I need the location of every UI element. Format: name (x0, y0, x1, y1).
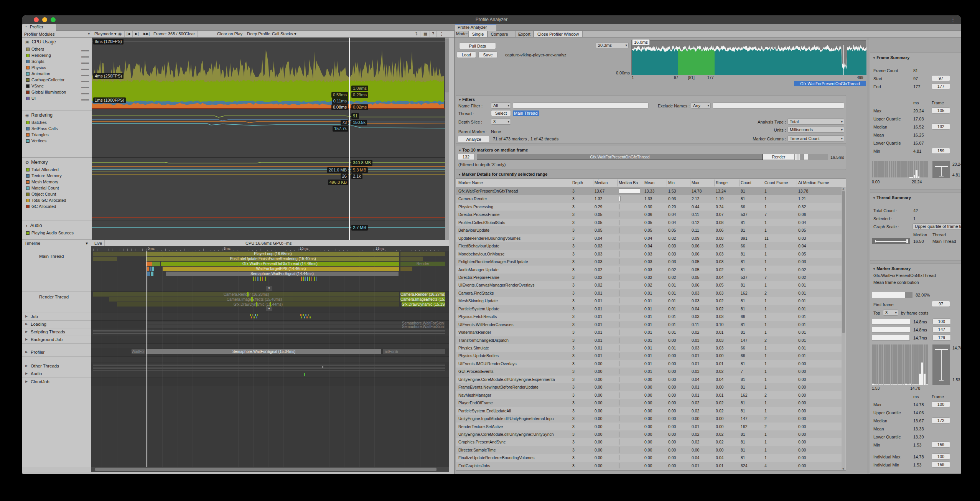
module-item-gc-allocated[interactable]: GC Allocated (22, 203, 92, 209)
column-header-depth[interactable]: Depth (572, 180, 591, 185)
top10-segment-main[interactable]: Gfx.WaitForPresentOnGfxThread (477, 154, 763, 160)
thread-row-other-threads[interactable]: ▶Other Threads (22, 362, 91, 370)
timeline-sample-bar[interactable] (260, 277, 261, 281)
table-row[interactable]: RenderTexture.SetActive30.000.000.000.01… (456, 423, 842, 430)
timeline-sample-bar[interactable]: Camera.Render (16.28ms) (93, 292, 399, 297)
table-row[interactable]: TransformChangedDispatch30.010.010.000.0… (456, 336, 842, 344)
table-row[interactable]: Director.ProcessFrame30.050.060.040.110.… (456, 211, 842, 218)
timeline-sample-bar[interactable]: Gfx.DrawDynamic (15.19ms) (402, 302, 445, 307)
table-row[interactable]: BehaviourUpdate30.050.050.050.110.068110… (456, 226, 842, 234)
table-row[interactable]: GUI.ProcessEvents30.000.010.000.030.0271… (456, 368, 842, 375)
timeline-horizontal-scrollbar[interactable] (91, 467, 449, 472)
timeline-sample-bar[interactable] (254, 316, 255, 318)
timeline-sample-bar[interactable] (247, 292, 249, 297)
units-dropdown[interactable]: Milliseconds (787, 127, 844, 133)
table-row[interactable]: MeshSkinning.Update30.010.010.010.030.02… (456, 297, 842, 305)
range-scale-dropdown[interactable]: 20.3ms (596, 42, 629, 48)
frame-summary-title[interactable]: Frame Summary (873, 55, 909, 60)
marker-columns-dropdown[interactable]: Time and Count (787, 135, 844, 142)
column-header-min[interactable]: Min (668, 180, 689, 185)
tab-profiler[interactable]: ◔ Profiler (22, 24, 56, 31)
frame-jump-button[interactable]: 159 (932, 461, 950, 468)
marker-summary-title[interactable]: Marker Summary (873, 266, 911, 271)
frame-jump-button[interactable]: 159 (932, 148, 950, 154)
module-item-scripts[interactable]: Scripts▬▬ (22, 58, 92, 64)
prev-frame-button[interactable]: |◀ (124, 31, 133, 37)
column-header-count[interactable]: Count (741, 180, 762, 185)
frame-jump-button[interactable]: 97 (932, 75, 950, 81)
timeline-sample-bar[interactable] (400, 257, 423, 261)
timeline-sample-bar[interactable]: PlayerLoop (16.65ms) (147, 252, 399, 256)
table-row[interactable]: Director.SampleTime30.000.000.000.000.00… (456, 446, 842, 454)
timeline-sample-bar[interactable] (255, 277, 256, 281)
mode-export-button[interactable]: Export (515, 31, 534, 37)
timeline-sample-bar[interactable] (307, 277, 308, 281)
frame-jump-button[interactable]: 172 (932, 417, 950, 424)
timeline-sample-bar[interactable] (301, 316, 302, 318)
top10-segment-render[interactable]: Render (763, 154, 794, 160)
first-frame-button[interactable]: 97 (932, 301, 950, 307)
table-row[interactable]: UpdateRendererBoundingVolumes30.040.040.… (456, 234, 842, 242)
module-item-setpass-calls[interactable]: SetPass Calls (22, 125, 92, 132)
module-item-mesh-memory[interactable]: Mesh Memory (22, 179, 92, 185)
frame-jump-button[interactable]: 129 (932, 335, 951, 341)
top-n-dropdown[interactable]: 3 (883, 310, 898, 316)
save-profile-icon[interactable]: ▦ (421, 31, 430, 37)
timeline-sample-bar[interactable] (306, 316, 308, 318)
timeline-sample-bar[interactable]: PostLateUpdate.FinishFrameRendering (15.… (147, 257, 399, 261)
timeline-sample-bar[interactable]: Render (400, 262, 445, 266)
timeline-sample-bar[interactable] (400, 267, 412, 271)
table-row[interactable]: Camera.FindStacks30.010.010.010.030.0316… (456, 289, 842, 297)
thread-row-loading[interactable]: ▶Loading (22, 321, 91, 328)
table-row[interactable]: WatermarkRender30.010.010.010.020.018110… (456, 328, 842, 336)
timeline-sample-bar[interactable]: WaitForTargetFPS (14.46ms) (163, 267, 399, 271)
module-item-rendering[interactable]: Rendering▬▬ (22, 52, 92, 58)
timeline-sample-bar[interactable]: Camera.ImageEffects (15.48ms) (109, 297, 399, 302)
frame-jump-button[interactable]: 177 (932, 83, 950, 89)
timeline-sample-bar[interactable] (316, 277, 317, 281)
timeline-canvas[interactable]: 0ms5ms10ms15msPlayerLoop (16.65ms)PostLa… (91, 246, 449, 467)
timeline-sample-bar[interactable] (256, 316, 257, 318)
timeline-sample-bar[interactable]: Gfx.WaitForPresentOnGfxThread (14.46ms) (161, 262, 399, 266)
collapse-arrow-button[interactable]: ▼ (266, 286, 272, 291)
analyze-button[interactable]: Analyze (458, 136, 490, 142)
module-header[interactable]: ✿Memory (22, 158, 92, 166)
depth-slice-dropdown[interactable]: 3 (491, 119, 511, 125)
table-row[interactable]: UnityEngine.InputModule.dll!UnityEngineI… (456, 415, 842, 422)
mode-single-button[interactable]: Single (468, 31, 488, 37)
exclude-names-input[interactable] (713, 102, 844, 109)
frame-jump-button[interactable]: 100 (932, 318, 951, 325)
module-header[interactable]: ◖Audio (22, 221, 92, 230)
table-row[interactable]: Profiler.CollectGlobalStats30.050.050.04… (456, 219, 842, 226)
module-item-total-gc-allocated[interactable]: Total GC Allocated (22, 197, 92, 203)
timeline-sample-bar[interactable] (305, 277, 306, 281)
timeline-sample-bar[interactable] (304, 316, 305, 318)
name-filter-mode-dropdown[interactable]: All (491, 102, 511, 109)
timeline-sample-bar[interactable]: Semaphore.WaitForSign (147, 321, 445, 325)
timeline-sample-bar[interactable] (255, 314, 256, 316)
timeline-sample-bar[interactable] (147, 267, 149, 271)
timeline-sample-bar[interactable] (308, 314, 309, 316)
exclude-mode-dropdown[interactable]: Any (691, 102, 711, 109)
thread-summary-title[interactable]: Thread Summary (873, 195, 911, 200)
thread-range-slider[interactable] (872, 238, 910, 244)
load-button[interactable]: Load (457, 51, 476, 58)
mode-compare-button[interactable]: Compare (488, 31, 511, 37)
table-row[interactable]: UIEvents.IMGUIRenderOverlays30.000.010.0… (456, 360, 842, 368)
thread-row-cloudjob[interactable]: ▶CloudJob (22, 378, 91, 386)
timeline-sample-bar[interactable] (265, 277, 266, 281)
scroll-thumb[interactable] (842, 191, 845, 333)
timeline-sample-bar[interactable] (93, 257, 117, 261)
next-frame-button[interactable]: ▶| (133, 31, 141, 37)
timeline-sample-bar[interactable] (303, 314, 304, 316)
charts-vertical-scrollbar[interactable] (445, 38, 449, 240)
profiler-charts[interactable] (92, 38, 445, 240)
module-item-texture-memory[interactable]: Texture Memory (22, 173, 92, 179)
timeline-sample-bar[interactable] (256, 302, 257, 307)
timeline-sample-bar[interactable] (322, 366, 323, 368)
timeline-sample-bar[interactable] (152, 267, 154, 271)
column-header-marker-name[interactable]: Marker Name (458, 180, 570, 185)
module-item-physics[interactable]: Physics▬▬ (22, 64, 92, 71)
table-row[interactable]: Gfx.WaitForPresentOnGfxThread313.6713.33… (456, 187, 842, 195)
timeline-selected-frame-line[interactable] (146, 251, 147, 467)
